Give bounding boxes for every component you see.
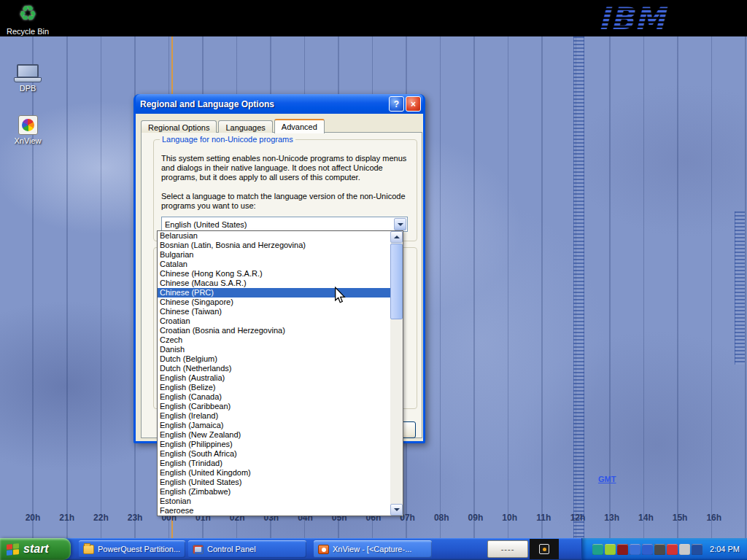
language-option[interactable]: Chinese (PRC) — [158, 288, 390, 298]
desktop: 20h21h22h23h00h01h02h03h04h05h06h07h08h0… — [0, 0, 747, 560]
laptop-icon — [17, 64, 39, 78]
xnview-icon — [18, 115, 38, 135]
language-option[interactable]: Bosnian (Latin, Bosnia and Herzegovina) — [158, 241, 390, 250]
language-option[interactable]: English (Australia) — [158, 373, 390, 383]
antivirus-icon[interactable] — [617, 544, 628, 555]
dark-toolbar — [530, 539, 559, 559]
combobox-value: English (United States) — [162, 220, 393, 229]
dropdown-scrollbar[interactable] — [390, 231, 403, 516]
language-option[interactable]: Catalan — [158, 260, 390, 269]
taskbar-task-control-panel[interactable]: Control Panel — [188, 540, 306, 558]
hour-label: 10h — [498, 513, 522, 523]
arrow-up-icon — [394, 236, 400, 238]
tab-languages[interactable]: Languages — [218, 120, 272, 133]
language-dropdown-list: BelarusianBosnian (Latin, Bosnia and Her… — [157, 230, 403, 516]
windows-flag-icon — [7, 543, 19, 556]
language-option[interactable]: English (Zimbabwe) — [158, 487, 390, 497]
scroll-down-button[interactable] — [390, 504, 403, 516]
tab-regional-options[interactable]: Regional Options — [141, 120, 217, 133]
hour-label: 21h — [55, 513, 80, 523]
taskbar-task-powerquest-partition[interactable]: PowerQuest Partition... — [79, 540, 185, 558]
language-option[interactable]: English (New Zealand) — [158, 430, 390, 440]
network-icon[interactable] — [630, 544, 640, 555]
hour-label: 23h — [123, 513, 147, 523]
xnview-icon — [318, 545, 329, 554]
tab-strip: Regional OptionsLanguagesAdvanced — [141, 119, 326, 133]
dark-toolbar-icon[interactable] — [539, 544, 549, 554]
group-title: Language for non-Unicode programs — [160, 135, 295, 144]
combobox-dropdown-button[interactable] — [394, 218, 406, 230]
power-icon[interactable] — [692, 544, 703, 555]
window-titlebar[interactable]: Regional and Language Options ? × — [136, 94, 423, 114]
hour-label: 16h — [702, 513, 727, 523]
start-button[interactable]: start — [0, 538, 71, 560]
language-option[interactable]: Estonian — [158, 497, 390, 506]
hour-label: 15h — [667, 513, 692, 523]
language-option[interactable]: Bulgarian — [158, 250, 390, 260]
language-option[interactable]: English (Canada) — [158, 392, 390, 402]
taskbar-task-xnview-capture[interactable]: XnView - [<Capture-... — [314, 540, 432, 558]
deskband-button[interactable]: ---- — [487, 540, 528, 558]
language-option[interactable]: Chinese (Taiwan) — [158, 307, 390, 316]
language-option[interactable]: Chinese (Macau S.A.R.) — [158, 279, 390, 288]
language-option[interactable]: Dutch (Netherlands) — [158, 364, 390, 373]
chevron-down-icon — [398, 223, 403, 226]
volume-icon[interactable] — [679, 544, 690, 555]
language-option[interactable]: English (United States) — [158, 478, 390, 487]
tray-icons — [592, 544, 703, 555]
language-option[interactable]: English (Philippines) — [158, 440, 390, 449]
arrow-down-icon — [394, 508, 400, 511]
top-black-band: IBM — [0, 0, 747, 36]
desktop-icon-label: DPB — [0, 84, 55, 93]
language-combobox[interactable]: English (United States) — [161, 217, 408, 232]
system-tray: 2:04 PM — [581, 538, 747, 560]
language-option[interactable]: English (Ireland) — [158, 411, 390, 421]
hour-label: 22h — [88, 513, 113, 523]
language-option[interactable]: English (Jamaica) — [158, 421, 390, 430]
language-option[interactable]: Croatian — [158, 316, 390, 326]
hour-label: 11h — [531, 513, 556, 523]
folder-icon — [83, 545, 94, 554]
language-option[interactable]: English (Belize) — [158, 383, 390, 392]
language-option[interactable]: Faeroese — [158, 506, 390, 516]
task-label: Control Panel — [207, 545, 256, 553]
tab-advanced[interactable]: Advanced — [274, 119, 325, 133]
language-option[interactable]: Chinese (Hong Kong S.A.R.) — [158, 269, 390, 279]
desktop-icon-dpb[interactable]: DPB — [0, 62, 55, 93]
desktop-icon-recycle-bin[interactable]: ♻ Recycle Bin — [0, 2, 55, 36]
hour-label: 08h — [429, 513, 454, 523]
scroll-up-button[interactable] — [390, 231, 403, 243]
display-icon[interactable] — [642, 544, 653, 555]
grid-icon[interactable] — [654, 544, 665, 555]
language-option[interactable]: Belarusian — [158, 231, 390, 241]
ibm-logo: IBM — [597, 1, 684, 38]
taskbar: start PowerQuest Partition...Control Pan… — [0, 538, 747, 560]
mute-icon[interactable] — [667, 544, 678, 555]
scrollbar-thumb[interactable] — [390, 244, 403, 319]
language-option[interactable]: English (Trinidad) — [158, 459, 390, 468]
language-option[interactable]: Dutch (Belgium) — [158, 354, 390, 364]
window-title: Regional and Language Options — [140, 99, 387, 109]
nonunicode-group: Language for non-Unicode programs This s… — [153, 139, 417, 241]
language-option[interactable]: Chinese (Singapore) — [158, 298, 390, 307]
language-option[interactable]: English (South Africa) — [158, 449, 390, 459]
help-button[interactable]: ? — [389, 96, 404, 112]
task-label: XnView - [<Capture-... — [333, 545, 411, 553]
language-option[interactable]: English (United Kingdom) — [158, 468, 390, 478]
hour-label: 20h — [20, 513, 45, 523]
language-option[interactable]: Croatian (Bosnia and Herzegovina) — [158, 326, 390, 335]
language-option[interactable]: Danish — [158, 345, 390, 354]
task-label: PowerQuest Partition... — [98, 545, 180, 553]
desktop-icon-xnview[interactable]: XnView — [0, 115, 55, 145]
timezone-hatch-band-right — [735, 211, 745, 365]
usb-device-icon[interactable] — [605, 544, 616, 555]
language-option[interactable]: Czech — [158, 335, 390, 345]
nonunicode-instruction: Select a language to match the language … — [161, 192, 409, 211]
agent-icon[interactable] — [592, 544, 603, 555]
desktop-icon-label: XnView — [0, 136, 55, 145]
control-panel-icon — [193, 545, 204, 554]
close-button[interactable]: × — [406, 96, 421, 112]
language-option[interactable]: English (Caribbean) — [158, 402, 390, 411]
taskbar-clock[interactable]: 2:04 PM — [710, 545, 740, 553]
task-button-area: PowerQuest Partition...Control PanelXnVi… — [71, 540, 432, 558]
